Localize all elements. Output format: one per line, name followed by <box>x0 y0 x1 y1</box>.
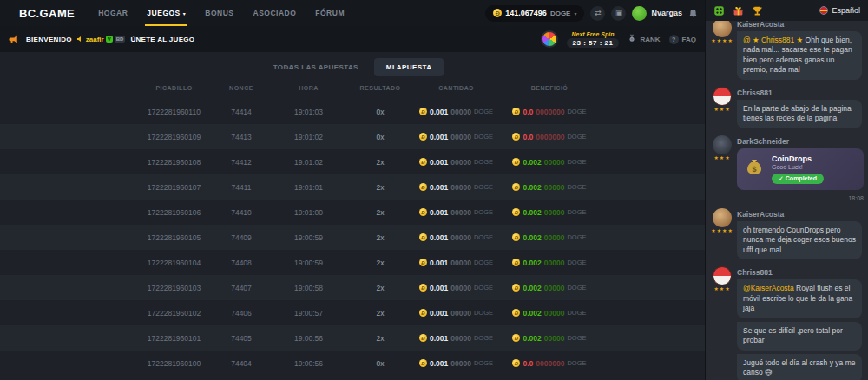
doge-coin-icon: Ð <box>512 284 520 292</box>
chat-username[interactable]: KaiserAcosta <box>737 21 862 29</box>
free-spin-block[interactable]: Next Free Spin 23 : 57 : 21 <box>567 31 620 48</box>
swap-icon[interactable]: ⇄ <box>590 6 605 21</box>
bet-hash: 1722281960100 <box>128 359 220 368</box>
bet-result: 2x <box>354 259 406 267</box>
user-profile[interactable]: Nvargas <box>632 6 682 21</box>
table-row[interactable]: 1722281960101 74405 19:00:56 2x Ð0.00100… <box>0 325 705 351</box>
table-row[interactable]: 1722281960105 74409 19:00:59 2x Ð0.00100… <box>0 225 705 250</box>
bet-profit: Ð0.00200000DOGE <box>506 334 593 343</box>
chat-username[interactable]: KaiserAcosta <box>737 210 862 219</box>
faq-button[interactable]: ? FAQ <box>669 35 696 44</box>
chat-username[interactable]: Chriss881 <box>737 88 862 97</box>
doge-coin-icon: Ð <box>512 259 520 266</box>
money-bag-icon: $ <box>744 157 765 181</box>
bet-nonce: 74410 <box>220 208 263 217</box>
nav-item-bonus[interactable]: BONUS <box>195 0 243 26</box>
chat-username[interactable]: DarkSchneider <box>737 137 862 146</box>
bet-nonce: 74407 <box>220 284 263 292</box>
dice-icon[interactable] <box>713 5 725 16</box>
column-header: HORA <box>263 85 354 91</box>
column-header: NONCE <box>220 85 263 91</box>
coindrops-subtitle: Good Luck! <box>772 164 824 170</box>
tab-todas-las-apuestas[interactable]: TODAS LAS APUESTAS <box>261 58 371 76</box>
chat-avatar[interactable] <box>713 135 732 154</box>
bet-hash: 1722281960102 <box>128 309 220 318</box>
chat-bubble: Se que es difícil ,pero total por probar <box>737 322 862 351</box>
notifications-bell-icon[interactable] <box>688 9 698 18</box>
chat-bubbles: @ ★ Chriss881 ★ Ohh que bien, nada mal..… <box>737 31 862 80</box>
chat-username[interactable]: Chriss881 <box>737 268 862 277</box>
wallet-balance-selector[interactable]: Ð 141.067496 DOGE ▾ <box>485 5 584 22</box>
chat-avatar[interactable] <box>713 208 732 227</box>
bc-game-logo[interactable]: BC.GAME <box>19 7 75 20</box>
trophy-icon[interactable] <box>752 5 763 16</box>
bet-hash: 1722281960101 <box>128 334 220 343</box>
bet-nonce: 74406 <box>220 309 263 318</box>
chat-avatar[interactable] <box>713 87 732 106</box>
verified-badge: V <box>106 36 113 43</box>
bet-result: 2x <box>354 233 406 242</box>
doge-coin-icon: Ð <box>419 183 427 191</box>
doge-coin-icon: Ð <box>493 9 502 17</box>
chat-bubbles: oh tremendo CounDrops pero nunca me deja… <box>737 221 862 259</box>
medal-icon <box>628 34 636 44</box>
bet-profit: Ð0.00200000DOGE <box>506 183 593 192</box>
tab-mi-apuesta[interactable]: MI APUESTA <box>374 58 444 76</box>
doge-coin-icon: Ð <box>512 359 520 367</box>
table-row[interactable]: 1722281960107 74411 19:01:01 2x Ð0.00100… <box>0 174 705 200</box>
chat-message: ★★★ Chriss881 @KaiserAcosta Royal flush … <box>712 266 862 380</box>
chat-avatar[interactable] <box>713 21 732 37</box>
table-row[interactable]: 1722281960109 74413 19:01:02 0x Ð0.00100… <box>0 124 705 149</box>
chat-message: ★★★★ KaiserAcosta @ ★ Chriss881 ★ Ohh qu… <box>712 21 862 80</box>
chat-text: oh tremendo CounDrops pero nunca me deja… <box>743 226 856 254</box>
nav-item-label: JUEGOS <box>147 9 180 17</box>
bet-profit: Ð0.00200000DOGE <box>506 208 593 217</box>
table-row[interactable]: 1722281960108 74412 19:01:02 2x Ð0.00100… <box>0 149 705 174</box>
table-row[interactable]: 1722281960110 74414 19:01:03 0x Ð0.00100… <box>0 99 705 124</box>
bet-amount: Ð0.00100000DOGE <box>406 284 506 292</box>
table-row[interactable]: 1722281960103 74407 19:00:58 2x Ð0.00100… <box>0 275 705 300</box>
bets-table: 1722281960110 74414 19:01:03 0x Ð0.00100… <box>0 99 705 380</box>
doge-coin-icon: Ð <box>419 259 427 266</box>
chat-avatar[interactable] <box>713 266 732 285</box>
bet-time: 19:01:02 <box>263 133 354 141</box>
main-column: BC.GAME HOGARJUEGOS▾BONUSASOCIADOFÓRUM Ð… <box>0 0 705 380</box>
rank-button[interactable]: RANK <box>628 34 660 44</box>
bet-profit: Ð0.00200000DOGE <box>506 158 593 167</box>
message-timestamp: 18:08 <box>737 195 864 201</box>
language-selector[interactable]: Español <box>819 6 860 15</box>
bet-nonce: 74405 <box>220 334 263 343</box>
nav-item-frum[interactable]: FÓRUM <box>306 0 354 26</box>
welcome-announcement[interactable]: BIENVENIDO zaafir V BD ÚNETE AL JUEGO <box>9 34 194 44</box>
bet-hash: 1722281960107 <box>128 183 220 192</box>
table-row[interactable]: 1722281960106 74410 19:01:00 2x Ð0.00100… <box>0 200 705 225</box>
nav-item-label: ASOCIADO <box>253 9 297 17</box>
coindrops-card[interactable]: $CoinDropsGood Luck!✓ Completed <box>737 148 864 190</box>
nav-item-juegos[interactable]: JUEGOS▾ <box>137 0 195 26</box>
column-header: RESULTADO <box>354 85 406 91</box>
vault-icon[interactable]: ▣ <box>611 6 626 21</box>
welcome-label: BIENVENIDO <box>26 36 72 43</box>
table-row[interactable]: 1722281960104 74408 19:00:59 2x Ð0.00100… <box>0 250 705 275</box>
nav-item-hogar[interactable]: HOGAR <box>89 0 137 26</box>
bet-time: 19:00:56 <box>263 334 354 343</box>
bet-profit: Ð0.00000000DOGE <box>506 133 593 141</box>
chat-message: ★★★ DarkSchneider $CoinDropsGood Luck!✓ … <box>712 135 862 201</box>
mention-link[interactable]: @ ★ Chriss881 ★ <box>743 36 806 44</box>
bet-hash: 1722281960108 <box>128 158 220 167</box>
table-row[interactable]: 1722281960100 74404 19:00:56 0x Ð0.00100… <box>0 351 705 376</box>
mention-link[interactable]: @KaiserAcosta <box>743 284 796 292</box>
coindrops-status-badge[interactable]: ✓ Completed <box>772 174 824 184</box>
announced-username[interactable]: zaafir <box>86 36 104 43</box>
doge-coin-icon: Ð <box>419 208 427 216</box>
chat-bubble: @ ★ Chriss881 ★ Ohh que bien, nada mal..… <box>737 31 862 80</box>
coindrops-title: CoinDrops <box>772 154 824 163</box>
spin-wheel-icon[interactable] <box>541 30 558 48</box>
user-level-stars: ★★★★ <box>711 228 733 233</box>
bet-hash: 1722281960103 <box>128 284 220 292</box>
gift-icon[interactable] <box>733 5 744 16</box>
free-spin-timer: 23 : 57 : 21 <box>567 38 620 48</box>
bet-amount: Ð0.00100000DOGE <box>406 208 506 217</box>
table-row[interactable]: 1722281960102 74406 19:00:57 2x Ð0.00100… <box>0 300 705 325</box>
nav-item-asociado[interactable]: ASOCIADO <box>244 0 306 26</box>
